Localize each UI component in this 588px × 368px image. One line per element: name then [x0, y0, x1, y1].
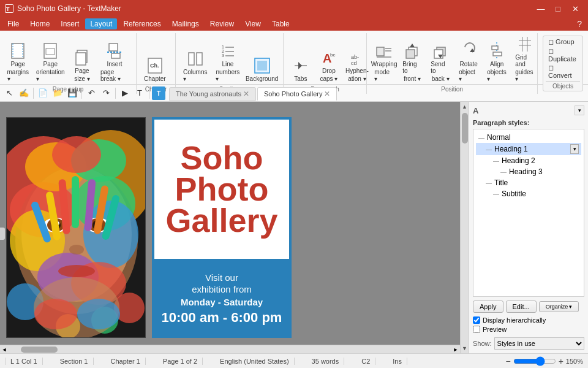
title-tree-icon: — — [486, 180, 492, 186]
background-button[interactable]: Background — [244, 55, 279, 85]
menu-file[interactable]: File — [2, 18, 24, 29]
menu-insert[interactable]: Insert — [56, 18, 84, 29]
menu-review[interactable]: Review — [205, 18, 239, 29]
vertical-scrollbar[interactable]: ▲ ▼ — [460, 102, 469, 353]
menu-references[interactable]: References — [118, 18, 165, 29]
send-to-back-button[interactable]: Send to back ▾ — [427, 40, 454, 85]
style-heading3[interactable]: — Heading 3 — [476, 166, 581, 177]
toolbar-sep-3 — [115, 88, 116, 99]
tabs-button[interactable]: Tabs — [287, 55, 314, 85]
word-count: 35 words — [307, 358, 345, 365]
page-orientation-button[interactable]: Page orientation ▾ — [34, 40, 67, 85]
style-normal[interactable]: — Normal — [476, 132, 581, 143]
duplicate-btn[interactable]: ◻ Duplicate — [546, 47, 580, 63]
doc-tab-astronauts[interactable]: The Young astronauts ✕ — [169, 87, 256, 101]
bring-to-front-button[interactable]: Bring to front ▾ — [399, 40, 426, 85]
wrapping-mode-label: Wrapping — [371, 61, 398, 67]
svg-rect-30 — [377, 47, 384, 56]
left-scroll-marker[interactable] — [0, 228, 5, 240]
window-controls[interactable]: — □ ✕ — [533, 2, 583, 15]
columns-icon — [187, 50, 204, 67]
panel-dropdown-btn[interactable]: ▾ — [575, 105, 584, 115]
maximize-button[interactable]: □ — [550, 2, 566, 15]
svg-text:bc: bc — [330, 52, 335, 58]
close-button[interactable]: ✕ — [567, 2, 583, 15]
group-btn[interactable]: ◻ Group — [546, 37, 580, 47]
scroll-left-btn[interactable]: ◄ — [0, 345, 9, 354]
align-objects-button[interactable]: Align objects ▾ — [483, 40, 510, 85]
wrapping-mode-button[interactable]: Wrapping mode ▾ — [371, 40, 398, 85]
grid-guides-label2: guides ▾ — [515, 69, 535, 82]
menu-layout[interactable]: Layout — [85, 18, 117, 29]
cursor-btn[interactable]: ▶ — [118, 86, 132, 100]
send-to-back-icon — [432, 42, 449, 59]
style-subtitle[interactable]: — Subtitle — [476, 188, 581, 199]
h3-label: Heading 3 — [509, 167, 543, 176]
zoom-slider[interactable] — [513, 356, 556, 366]
position-group-label: Position — [371, 85, 533, 94]
help-icon[interactable]: ? — [573, 19, 586, 29]
send-back-label2: back ▾ — [432, 75, 450, 82]
ribbon-group-position: Wrapping mode ▾ Bring to front ▾ Send to… — [369, 33, 538, 94]
style-title[interactable]: — Title — [476, 177, 581, 188]
scroll-up-btn[interactable]: ▲ — [461, 102, 469, 112]
columns-button[interactable]: Columns ▾ — [179, 48, 211, 85]
scroll-thumb[interactable] — [462, 113, 468, 144]
h-scroll-thumb[interactable] — [21, 347, 58, 353]
page-margins-button[interactable]: Page margins ▾ — [4, 40, 32, 85]
bring-front-label2: front ▾ — [404, 75, 421, 82]
subtitle-label: Subtitle — [502, 190, 526, 198]
edit-button[interactable]: Edit... — [506, 301, 537, 313]
doc-tab-soho[interactable]: Soho Photo Gallery ✕ — [257, 87, 337, 101]
section-info: Section 1 — [55, 358, 94, 365]
new-doc-btn[interactable]: 📄 — [36, 86, 50, 100]
organize-button[interactable]: Organize ▾ — [539, 301, 579, 312]
arrow-tool[interactable]: ↖ — [2, 86, 16, 100]
line-numbers-button[interactable]: 123 Line numbers ▾ — [212, 40, 243, 85]
close-tab-soho[interactable]: ✕ — [324, 90, 330, 98]
undo-btn[interactable]: ↶ — [85, 86, 98, 100]
insert-page-break-button[interactable]: Insert page break ▾ — [97, 40, 132, 85]
style-heading2[interactable]: — Heading 2 — [476, 155, 581, 166]
drop-caps-button[interactable]: Abc Drop caps ▾ — [315, 47, 342, 85]
apply-button[interactable]: Apply — [473, 301, 503, 313]
scroll-right-btn[interactable]: ► — [451, 345, 460, 354]
menu-table[interactable]: Table — [267, 18, 295, 29]
h1-dropdown[interactable]: ▾ — [570, 144, 579, 154]
redo-btn[interactable]: ↷ — [99, 86, 113, 100]
text-tool[interactable]: T — [133, 86, 146, 100]
rotate-object-button[interactable]: Rotate object ▾ — [455, 40, 482, 85]
menu-home[interactable]: Home — [25, 18, 55, 29]
preview-checkbox[interactable] — [473, 326, 480, 333]
menu-bar: File Home Insert Layout References Maili… — [0, 17, 588, 31]
zoom-out-icon[interactable]: − — [505, 356, 510, 366]
chapter-button[interactable]: Ch. Chapter — [140, 55, 170, 85]
svg-rect-43 — [493, 52, 502, 56]
svg-text:Ch.: Ch. — [150, 63, 159, 69]
convert-btn[interactable]: ◻ Convert — [546, 63, 580, 80]
open-btn[interactable]: 📁 — [51, 86, 64, 100]
page-size-button[interactable]: Page size ▾ — [69, 47, 96, 85]
main-area: SohoPhotoGallery Visit our exhibition fr… — [0, 102, 588, 353]
send-back-label: Send to — [431, 61, 450, 74]
page-margins-icon — [9, 42, 26, 59]
svg-rect-2 — [12, 44, 24, 58]
style-heading1[interactable]: — Heading 1 ▾ — [476, 143, 581, 155]
panel-text-icon: A — [473, 106, 478, 115]
chapter-label: Chapter — [144, 75, 166, 82]
horizontal-scrollbar[interactable]: ◄ ► — [0, 345, 460, 353]
zoom-in-icon[interactable]: + — [559, 356, 564, 366]
scroll-down-btn[interactable]: ▼ — [461, 343, 469, 353]
display-hierarchically-checkbox[interactable] — [473, 316, 480, 324]
menu-view[interactable]: View — [240, 18, 266, 29]
normal-label: Normal — [487, 133, 511, 142]
hand-tool[interactable]: ✍ — [17, 86, 31, 100]
hyphenation-button[interactable]: ab-cd Hyphen- ation ▾ — [344, 47, 371, 85]
grid-guides-button[interactable]: Grid and guides ▾ — [511, 33, 538, 85]
save-btn[interactable]: 💾 — [66, 86, 79, 100]
minimize-button[interactable]: — — [533, 2, 549, 15]
close-tab-astronauts[interactable]: ✕ — [243, 90, 249, 98]
show-select[interactable]: Styles in use All styles — [494, 337, 584, 350]
menu-mailings[interactable]: Mailings — [167, 18, 204, 29]
svg-text:1: 1 — [222, 45, 224, 49]
